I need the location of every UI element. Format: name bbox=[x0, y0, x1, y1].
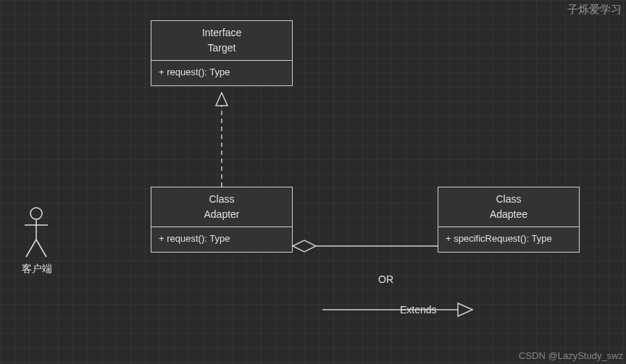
watermark-top: 子烁爱学习 bbox=[567, 3, 622, 17]
actor-client: 客户端 bbox=[22, 206, 52, 276]
aggregation-connector bbox=[293, 240, 438, 252]
uml-body-target: + request(): Type bbox=[151, 61, 292, 85]
uml-box-target: Interface Target + request(): Type bbox=[151, 20, 293, 86]
uml-body-adapter: + request(): Type bbox=[151, 227, 292, 252]
actor-label: 客户端 bbox=[22, 263, 52, 276]
class-name: Adaptee bbox=[446, 207, 572, 222]
svg-marker-6 bbox=[216, 93, 228, 106]
label-or: OR bbox=[378, 274, 393, 285]
uml-header-adaptee: Class Adaptee bbox=[438, 187, 579, 227]
uml-box-adaptee: Class Adaptee + specificRequest(): Type bbox=[438, 187, 580, 253]
realization-arrow bbox=[216, 93, 228, 187]
stereotype: Class bbox=[446, 192, 572, 207]
uml-header-target: Interface Target bbox=[151, 21, 292, 61]
class-name: Adapter bbox=[159, 207, 285, 222]
watermark-bottom: CSDN @LazyStudy_swz bbox=[519, 350, 623, 361]
actor-icon bbox=[22, 206, 51, 260]
uml-box-adapter: Class Adapter + request(): Type bbox=[151, 187, 293, 253]
svg-marker-7 bbox=[293, 240, 316, 252]
connectors-overlay bbox=[0, 0, 626, 364]
uml-body-adaptee: + specificRequest(): Type bbox=[438, 227, 579, 252]
class-name: Target bbox=[159, 41, 285, 56]
label-extends: Extends bbox=[400, 304, 437, 316]
stereotype: Class bbox=[159, 192, 285, 207]
svg-line-3 bbox=[26, 240, 36, 257]
uml-header-adapter: Class Adapter bbox=[151, 187, 292, 227]
svg-point-0 bbox=[30, 208, 42, 219]
svg-marker-10 bbox=[458, 303, 472, 316]
svg-line-4 bbox=[36, 240, 46, 257]
extends-arrow bbox=[322, 303, 472, 316]
stereotype: Interface bbox=[159, 25, 285, 41]
